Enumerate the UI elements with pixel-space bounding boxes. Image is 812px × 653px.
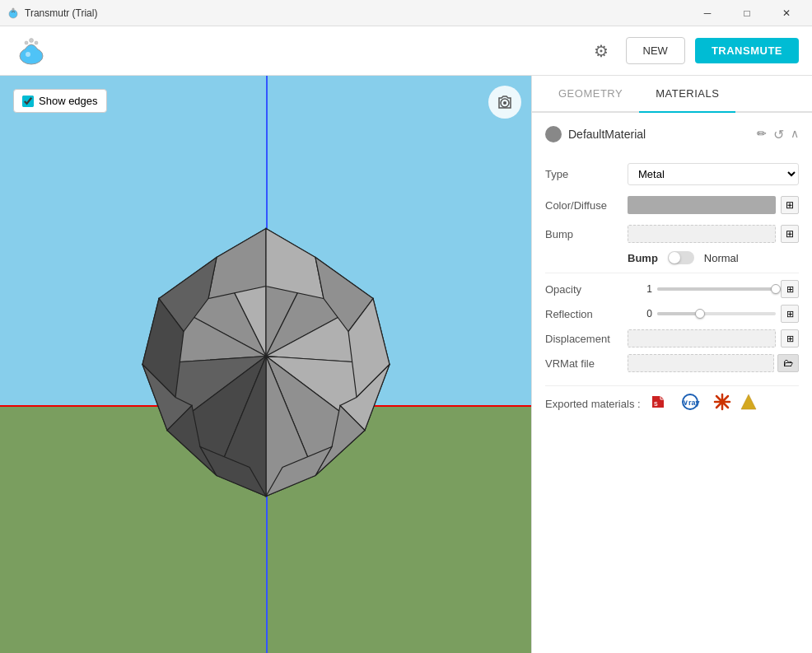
color-label: Color/Diffuse	[545, 199, 628, 212]
shape-svg: .face-light { fill: #b0b0b0; stroke: #22…	[114, 183, 418, 529]
material-header: DefaultMaterial ✏ ↺ ∧	[545, 126, 799, 149]
color-row: Color/Diffuse ⊞	[545, 194, 799, 217]
corona-export-icon[interactable]	[713, 393, 731, 415]
edit-material-button[interactable]: ✏	[757, 127, 767, 142]
color-expand-button[interactable]: ⊞	[781, 196, 799, 214]
collapse-material-button[interactable]: ∧	[791, 127, 799, 142]
opacity-thumb[interactable]	[771, 284, 781, 294]
vrmat-row: VRMat file 🗁	[545, 354, 799, 372]
vrmat-label: VRMat file	[545, 357, 628, 370]
bump-label: Bump	[545, 228, 628, 240]
bump-expand-button[interactable]: ⊞	[781, 225, 799, 243]
vrmat-input[interactable]	[628, 354, 774, 372]
viewport: Show edges .face-light { fill: #b0b0b0; …	[0, 76, 531, 653]
right-panel: GEOMETRY MATERIALS DefaultMaterial ✏ ↺ ∧…	[531, 76, 812, 653]
reflection-thumb[interactable]	[695, 309, 705, 319]
reset-material-button[interactable]: ↺	[773, 127, 784, 142]
displacement-swatch[interactable]	[628, 329, 776, 347]
app-logo	[13, 33, 49, 69]
divider	[545, 273, 799, 273]
material-actions: ✏ ↺ ∧	[757, 127, 799, 142]
opacity-value: 1	[628, 283, 652, 295]
displacement-label: Displacement	[545, 333, 628, 345]
svg-point-7	[35, 41, 38, 44]
type-label: Type	[545, 168, 628, 180]
type-value: Metal	[628, 163, 799, 185]
svg-marker-37	[741, 394, 756, 409]
opacity-label: Opacity	[545, 283, 628, 296]
tab-geometry[interactable]: GEOMETRY	[542, 76, 639, 113]
svg-point-5	[25, 41, 28, 44]
close-button[interactable]: ✕	[768, 0, 805, 26]
show-edges-input[interactable]	[22, 96, 34, 107]
exported-materials-label: Exported materials :	[545, 398, 641, 410]
transmute-button[interactable]: TRANSMUTE	[695, 38, 799, 63]
toolbar: ⚙ NEW TRANSMUTE	[0, 26, 812, 76]
tab-bar: GEOMETRY MATERIALS	[532, 76, 812, 113]
screenshot-button[interactable]	[488, 86, 521, 119]
reflection-fill	[657, 312, 700, 315]
divider2	[545, 385, 799, 386]
svg-point-9	[503, 101, 506, 105]
reflection-row: Reflection 0 ⊞	[545, 305, 799, 323]
tab-materials[interactable]: MATERIALS	[639, 76, 735, 113]
reflection-slider[interactable]	[657, 312, 776, 315]
bump-row: Bump ⊞	[545, 225, 799, 243]
displacement-row: Displacement ⊞	[545, 329, 799, 347]
reflection-value: 0	[628, 308, 652, 320]
svg-point-4	[26, 52, 30, 57]
svg-marker-23	[266, 228, 324, 298]
svg-text:∨ray: ∨ray	[683, 399, 700, 407]
bump-toggle-label: Bump	[628, 252, 658, 264]
settings-button[interactable]: ⚙	[586, 36, 616, 66]
screenshot-icon	[496, 93, 514, 111]
viewport-background: Show edges .face-light { fill: #b0b0b0; …	[0, 76, 531, 653]
main-content: Show edges .face-light { fill: #b0b0b0; …	[0, 76, 812, 653]
exported-materials-row: Exported materials : S ∨ray	[545, 393, 799, 415]
svg-point-6	[30, 38, 34, 42]
vray-export-icon[interactable]: ∨ray	[675, 393, 705, 415]
sketchup-export-icon[interactable]: S	[649, 393, 667, 415]
reflection-label: Reflection	[545, 308, 628, 320]
reflection-expand-button[interactable]: ⊞	[781, 305, 799, 323]
material-color-dot	[545, 126, 562, 142]
minimize-button[interactable]: ─	[688, 0, 726, 26]
maximize-button[interactable]: □	[728, 0, 766, 26]
material-name: DefaultMaterial	[568, 128, 750, 141]
bump-toggle-row: Bump Normal	[545, 251, 799, 264]
materials-panel: DefaultMaterial ✏ ↺ ∧ Type Metal Color/D	[532, 113, 812, 653]
svg-point-1	[12, 7, 15, 10]
vrmat-folder-button[interactable]: 🗁	[777, 354, 799, 372]
toggle-knob	[669, 252, 680, 264]
3d-shape: .face-light { fill: #b0b0b0; stroke: #22…	[114, 183, 418, 532]
svg-text:S: S	[654, 401, 658, 407]
new-button[interactable]: NEW	[626, 37, 685, 64]
app-icon	[7, 7, 20, 20]
opacity-row: Opacity 1 ⊞	[545, 280, 799, 298]
show-edges-label: Show edges	[39, 95, 98, 107]
type-select[interactable]: Metal	[628, 163, 799, 185]
color-swatch[interactable]	[628, 196, 776, 214]
window-controls: ─ □ ✕	[688, 0, 805, 26]
show-edges-checkbox[interactable]: Show edges	[13, 89, 107, 113]
type-row: Type Metal	[545, 162, 799, 185]
bump-toggle-switch[interactable]	[668, 251, 694, 264]
titlebar: Transmutr (Trial) ─ □ ✕	[0, 0, 812, 26]
opacity-slider[interactable]	[657, 287, 776, 291]
svg-marker-22	[208, 228, 266, 298]
svg-point-3	[20, 48, 43, 64]
displacement-expand-button[interactable]: ⊞	[781, 329, 799, 347]
bump-swatch[interactable]	[628, 225, 776, 243]
opacity-fill	[657, 287, 776, 291]
opacity-expand-button[interactable]: ⊞	[781, 280, 799, 298]
thea-export-icon[interactable]	[740, 393, 758, 415]
normal-label: Normal	[704, 252, 739, 264]
app-title: Transmutr (Trial)	[25, 7, 688, 19]
color-value: ⊞	[628, 196, 799, 214]
